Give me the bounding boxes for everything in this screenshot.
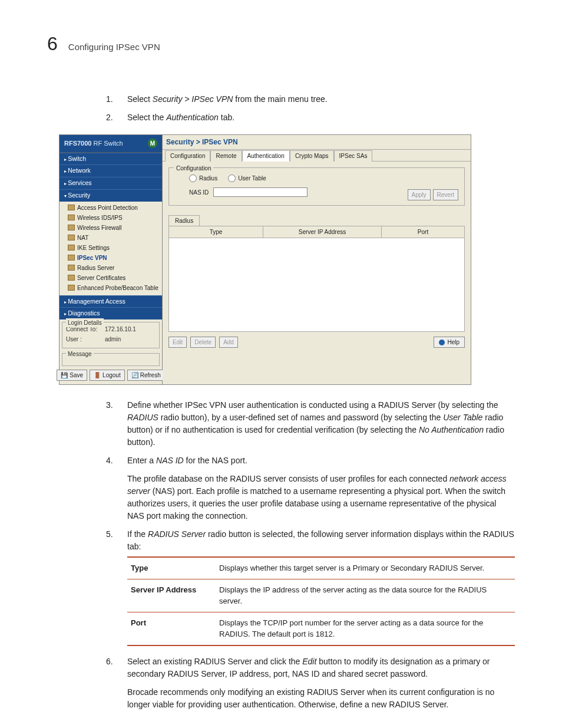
save-icon: 💾 [61,371,68,380]
nav-management-access[interactable]: Management Access [59,295,162,308]
table-row: Server IP AddressDisplays the IP address… [127,579,515,612]
radio-label: User Table [238,174,266,183]
tab-authentication[interactable]: Authentication [242,150,290,162]
field-name: Port [127,612,216,645]
tab-configuration[interactable]: Configuration [165,150,210,162]
step-number: 6. [106,655,117,711]
radius-radio-input[interactable] [189,174,197,182]
nav-switch[interactable]: Switch [59,153,162,165]
folder-icon [68,285,75,291]
step-number: 4. [106,454,117,522]
tab-crypto-maps[interactable]: Crypto Maps [290,150,334,162]
tree-ipsec-vpn[interactable]: IPSec VPN [68,253,158,263]
step-1: 1. Select Security > IPSec VPN from the … [106,93,515,106]
term: User Table [443,413,482,422]
tree-label: Radius Server [77,263,114,272]
step-number: 1. [106,93,117,106]
step-number: 5. [106,528,117,646]
tree-label: Wireless IDS/IPS [77,213,123,222]
text: Brocade recommends only modifying an exi… [127,686,515,711]
refresh-button[interactable]: 🔄Refresh [127,370,165,381]
menu-path: Security > IPSec VPN [153,94,233,104]
page-title: Configuring IPSec VPN [68,41,160,54]
text: The profile database on the RADIUS serve… [127,474,449,483]
apply-button[interactable]: Apply [408,189,431,200]
tab-remote[interactable]: Remote [210,150,242,162]
tab-ipsec-sas[interactable]: IPSec SAs [334,150,373,162]
step-4: 4. Enter a NAS ID for the NAS port. The … [106,454,515,522]
radius-table: Type Server IP Address Port [168,226,465,332]
chapter-number: 6 [47,29,58,58]
col-server-ip[interactable]: Server IP Address [263,226,382,238]
col-type[interactable]: Type [169,226,263,238]
configuration-box: Configuration Radius User Table NAS ID A… [168,167,465,209]
usertable-radio-input[interactable] [228,174,236,182]
step-2: 2. Select the Authentication tab. [106,111,515,124]
refresh-icon: 🔄 [131,371,138,380]
help-icon [439,340,445,345]
revert-button[interactable]: Revert [433,189,458,200]
table-header: Type Server IP Address Port [169,226,464,238]
content-panel: Security > IPSec VPN Configuration Remot… [163,135,471,384]
tree-certificates[interactable]: Server Certificates [68,273,158,283]
subtab-radius[interactable]: Radius [168,215,200,226]
text: Define whether IPSec VPN user authentica… [127,400,498,410]
nav-panel: RFS7000 RF Switch M Switch Network Servi… [59,135,163,384]
step-6: 6. Select an existing RADIUS Server and … [106,655,515,711]
col-port[interactable]: Port [382,226,464,238]
radius-radio[interactable]: Radius [189,174,217,183]
connect-to-value: 172.16.10.1 [105,325,136,334]
logout-button[interactable]: 🚪Logout [90,370,125,381]
save-button[interactable]: 💾Save [57,370,87,381]
nav-diagnostics[interactable]: Diagnostics [59,307,162,319]
button-label: Help [447,338,459,347]
folder-icon [68,215,75,220]
tree-label: Wireless Firewall [77,223,122,232]
nav-services[interactable]: Services [59,177,162,189]
tree-label: Access Point Detection [77,203,138,212]
tree-probe[interactable]: Enhanced Probe/Beacon Table [68,283,158,293]
tree-ids[interactable]: Wireless IDS/IPS [68,213,158,223]
breadcrumb: Security > IPSec VPN [163,135,471,150]
screenshot: RFS7000 RF Switch M Switch Network Servi… [59,134,471,385]
text: Enter a [127,456,156,465]
step-5: 5. If the RADIUS Server radio button is … [106,528,515,646]
brand-logo-icon: M [148,139,157,148]
nav-security[interactable]: Security [59,189,162,202]
text: for the NAS port. [184,456,247,465]
user-value: admin [105,335,121,344]
nav-network[interactable]: Network [59,164,162,177]
step-number: 2. [106,111,117,124]
tree-ike[interactable]: IKE Settings [68,243,158,253]
usertable-radio[interactable]: User Table [228,174,266,183]
tree-nat[interactable]: NAT [68,233,158,243]
tree-radius[interactable]: Radius Server [68,263,158,273]
panel-legend: Login Details [66,318,104,327]
text: Select the [127,113,166,122]
term: RADIUS Server [148,529,206,539]
message-panel: Message [62,353,160,366]
text: Select [127,94,153,104]
login-details-panel: Login Details Connect To:172.16.10.1 Use… [62,322,160,348]
delete-button[interactable]: Delete [190,337,216,348]
text: from the main menu tree. [233,94,327,104]
step-3: 3. Define whether IPSec VPN user authent… [106,399,515,449]
edit-button[interactable]: Edit [168,337,187,348]
field-definition-table: TypeDisplays whether this target server … [127,556,515,646]
nas-id-input[interactable] [213,187,308,197]
left-button-row: 💾Save 🚪Logout 🔄Refresh [62,370,160,381]
text: radio button), by a user-defined set of … [158,413,443,422]
text: Select an existing RADIUS Server and cli… [127,657,302,666]
folder-icon [68,255,75,261]
help-button[interactable]: Help [434,337,465,348]
subtab-bar: Radius [168,215,465,226]
device-suffix: RF Switch [91,140,123,147]
table-row: TypeDisplays whether this target server … [127,557,515,579]
panel-legend: Message [66,350,94,358]
text: (NAS) port. Each profile is matched to a… [127,486,505,521]
radio-label: Radius [199,174,217,183]
tree-apd[interactable]: Access Point Detection [68,203,158,213]
tree-firewall[interactable]: Wireless Firewall [68,223,158,233]
tree-label: NAT [77,233,88,242]
add-button[interactable]: Add [219,337,238,348]
